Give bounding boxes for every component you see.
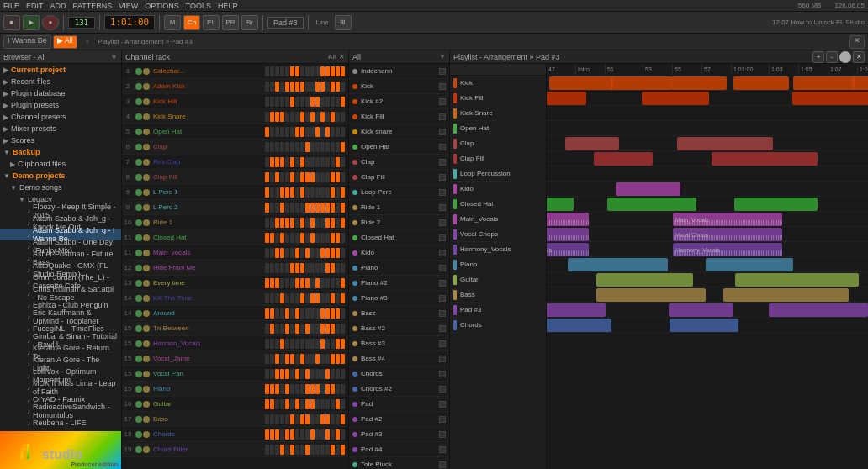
ch-mute-21[interactable]	[135, 386, 142, 393]
instrument-item-10[interactable]: Ride 2	[349, 215, 449, 230]
bpm-display[interactable]: 131	[68, 17, 95, 29]
instrument-item-9[interactable]: Ride 1	[349, 200, 449, 215]
track-block-15-4[interactable]	[669, 303, 733, 317]
track-row-8[interactable]	[547, 197, 868, 212]
track-label-5[interactable]: Clap Fill	[450, 151, 546, 166]
channel-row-11[interactable]: 11 Closed Hat	[122, 230, 348, 245]
browser-item-1[interactable]: ▶Recent files	[0, 76, 121, 87]
menu-patterns[interactable]: PATTERNS	[73, 2, 113, 10]
ch-solo-8[interactable]	[143, 189, 150, 196]
channel-row-8[interactable]: 9 L Perc 1	[122, 185, 348, 200]
ch-mute-12[interactable]	[135, 250, 142, 256]
fl-studio-logo[interactable]: fl studio Producer edition	[0, 431, 121, 469]
channel-row-18[interactable]: 15 Harmon_Vocals	[122, 336, 348, 351]
track-block-0-14[interactable]	[733, 76, 789, 90]
inst-btn-2[interactable]	[439, 98, 446, 105]
track-label-11[interactable]: Harmony_Vocals	[450, 242, 546, 257]
browser-item-8[interactable]: ▶Clipboard files	[0, 158, 121, 170]
track-block-8-4[interactable]	[547, 198, 574, 211]
inst-btn-24[interactable]	[439, 431, 446, 438]
instrument-item-1[interactable]: Kick	[349, 79, 449, 94]
track-block-8-6[interactable]	[734, 198, 818, 211]
inst-btn-25[interactable]	[439, 446, 446, 453]
inst-btn-9[interactable]	[439, 204, 446, 211]
channel-row-0[interactable]: 1 Sidechai...	[122, 64, 348, 79]
track-block-1-4[interactable]	[547, 92, 586, 105]
inst-btn-3[interactable]	[439, 113, 446, 120]
ch-mute-17[interactable]	[135, 325, 142, 332]
piano-roll-button[interactable]: PR	[222, 15, 239, 30]
track-label-2[interactable]: Kick Snare	[450, 106, 546, 121]
track-block-9-3[interactable]: Main_Vocals	[673, 213, 782, 226]
track-block-16-3[interactable]	[547, 319, 611, 332]
track-row-15[interactable]	[547, 303, 868, 318]
browser-item-4[interactable]: ▶Channel presets	[0, 111, 121, 123]
inst-btn-12[interactable]	[439, 250, 446, 256]
ch-mute-0[interactable]	[135, 68, 142, 75]
ch-mute-18[interactable]	[135, 340, 142, 347]
playlist-content[interactable]: KickKick FillKick SnareOpen HatClapClap …	[450, 64, 868, 469]
ch-solo-16[interactable]	[143, 310, 150, 317]
menu-view[interactable]: VIEW	[119, 2, 138, 10]
channel-row-9[interactable]: 9 L Perc 2	[122, 200, 348, 215]
ch-solo-14[interactable]	[143, 280, 150, 287]
ch-mute-3[interactable]	[135, 113, 142, 120]
instrument-item-11[interactable]: Closed Hat	[349, 230, 449, 245]
instrument-item-19[interactable]: Bass #4	[349, 351, 449, 366]
ch-mute-1[interactable]	[135, 83, 142, 90]
inst-btn-14[interactable]	[439, 280, 446, 287]
track-block-4-6[interactable]	[677, 137, 774, 150]
playlist-button[interactable]: PL	[203, 15, 220, 30]
track-row-0[interactable]	[547, 76, 868, 91]
browser-item-5[interactable]: ▶Mixer presets	[0, 123, 121, 134]
channel-row-6[interactable]: 7 Rev.Clap	[122, 155, 348, 170]
instrument-item-7[interactable]: Clap Fill	[349, 170, 449, 185]
track-block-10-2[interactable]: Vocal Chops	[547, 228, 589, 241]
track-row-13[interactable]	[547, 272, 868, 287]
track-label-13[interactable]: Guitar	[450, 272, 546, 287]
ch-solo-21[interactable]	[143, 386, 150, 393]
ch-solo-3[interactable]	[143, 113, 150, 120]
track-block-1-6[interactable]	[792, 92, 868, 105]
ch-solo-6[interactable]	[143, 159, 150, 166]
ch-mute-4[interactable]	[135, 129, 142, 135]
playlist-track-content[interactable]: 357911131517192123Chorus2729Verse 233353…	[547, 64, 868, 469]
browser-item-27[interactable]: ♪MDK ft Miss Lima - Leap of Faith	[0, 382, 121, 393]
track-block-1-5[interactable]	[642, 92, 709, 105]
ch-solo-11[interactable]	[143, 234, 150, 241]
track-block-14-5[interactable]	[723, 288, 849, 302]
track-block-0-13[interactable]	[671, 76, 728, 90]
ch-solo-7[interactable]	[143, 174, 150, 181]
instrument-item-21[interactable]: Chords #2	[349, 382, 449, 397]
inst-btn-8[interactable]	[439, 189, 446, 196]
browser-item-19[interactable]: ♪Chris Ruiman & Sar.atpi - No Escape	[0, 287, 121, 299]
track-block-7-5[interactable]	[616, 182, 680, 196]
channel-row-4[interactable]: 5 Open Hat	[122, 124, 348, 140]
channel-row-2[interactable]: 3 Kick Hill	[122, 94, 348, 109]
track-label-15[interactable]: Pad #3	[450, 303, 546, 318]
ch-solo-25[interactable]	[143, 446, 150, 453]
track-block-15-3[interactable]	[547, 303, 606, 317]
track-label-1[interactable]: Kick Fill	[450, 91, 546, 106]
instrument-item-5[interactable]: Open Hat	[349, 140, 449, 155]
instrument-item-6[interactable]: Clap	[349, 155, 449, 170]
track-label-16[interactable]: Chords	[450, 318, 546, 333]
instrument-item-13[interactable]: Piano	[349, 261, 449, 276]
track-row-10[interactable]: Vocal ChopsVocal ChopsVocal ChopsVocal C…	[547, 227, 868, 242]
track-label-7[interactable]: Kido	[450, 182, 546, 197]
track-block-10-3[interactable]: Vocal Chops	[673, 228, 782, 241]
ch-solo-1[interactable]	[143, 83, 150, 90]
ch-solo-17[interactable]	[143, 325, 150, 332]
inst-btn-7[interactable]	[439, 174, 446, 181]
track-block-15-5[interactable]	[769, 303, 868, 317]
stop-button[interactable]: ■	[3, 15, 20, 30]
track-row-1[interactable]	[547, 91, 868, 106]
instrument-item-0[interactable]: Indechann	[349, 64, 449, 79]
instrument-item-18[interactable]: Bass #3	[349, 336, 449, 351]
instrument-item-12[interactable]: Kido	[349, 245, 449, 261]
pl-zoom-out[interactable]: -	[826, 51, 838, 63]
channel-row-23[interactable]: 17 Bass	[122, 412, 348, 427]
instrument-item-14[interactable]: Piano #2	[349, 276, 449, 291]
channel-row-14[interactable]: 13 Every time	[122, 276, 348, 291]
track-row-7[interactable]	[547, 182, 868, 197]
